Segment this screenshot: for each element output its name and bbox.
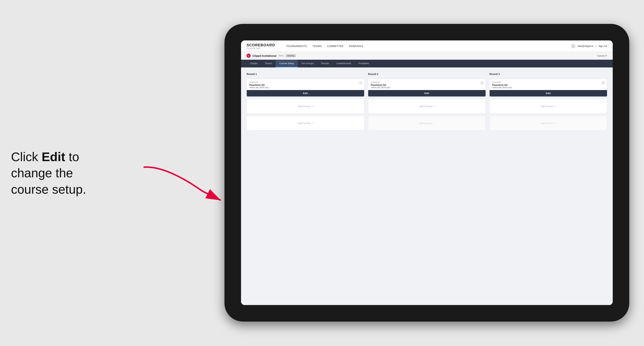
logo-subtitle: Powered by clippd <box>246 47 275 49</box>
tabs-bar: Details Teams Course Setup Tee Groups Re… <box>241 60 613 67</box>
round-1-delete-icon[interactable]: ⊟ <box>358 81 362 85</box>
round-3-delete-icon[interactable]: ⊟ <box>602 81 605 85</box>
round-1-course-name: Peachtree GC <box>249 84 362 86</box>
round-2-edit-button[interactable]: Edit <box>368 90 486 96</box>
round-1-title: Round 1 <box>246 73 364 76</box>
round-2-add-course-2: Add Course + <box>368 116 486 131</box>
plus-icon-5: + <box>554 105 556 108</box>
round-1-add-course-text-2: Add Course + <box>298 122 313 125</box>
round-3-edit-button[interactable]: Edit <box>490 90 607 96</box>
round-3-title: Round 3 <box>490 73 607 76</box>
round-3-add-course-2: Add Course + <box>490 116 607 131</box>
tab-results[interactable]: Results <box>318 60 333 67</box>
nav-rankings[interactable]: RANKINGS <box>349 45 363 48</box>
plus-icon-1: + <box>311 105 313 108</box>
plus-icon-2: + <box>311 122 313 125</box>
annotation-text: Click Edit tochange thecourse setup. <box>11 149 86 197</box>
round-3-course-details: Yellow (M) (6629 yds) <box>492 86 604 89</box>
round-3-course-label: (Course A) <box>492 81 604 83</box>
close-icon: ✕ <box>605 54 607 57</box>
top-nav-right: blair@clippd.io | Sign out <box>571 44 607 48</box>
round-3-column: Round 3 (Course A) Peachtree GC Yellow (… <box>490 73 607 131</box>
annotation-bold: Edit <box>42 150 65 164</box>
nav-teams[interactable]: TEAMS <box>312 45 322 48</box>
round-2-course-details: Yellow (M) (6629 yds) <box>371 86 483 89</box>
nav-divider: | <box>596 45 596 47</box>
scoreboard-logo: SCOREBOARD Powered by clippd <box>246 43 275 49</box>
round-2-add-course-1[interactable]: Add Course + <box>368 99 486 114</box>
tab-course-setup[interactable]: Course Setup <box>276 60 298 67</box>
round-2-add-course-text-2: Add Course + <box>419 122 434 125</box>
nav-links: TOURNAMENTS TEAMS COMMITTEE RANKINGS <box>286 45 363 48</box>
round-1-course-label: (Course A) <box>249 81 362 83</box>
round-3-course-name: Peachtree GC <box>492 84 604 86</box>
top-navigation: SCOREBOARD Powered by clippd TOURNAMENTS… <box>241 40 613 52</box>
cancel-button[interactable]: Cancel ✕ <box>597 54 607 57</box>
tournament-name-section: C Clippd Invitational (Men) Hosting <box>246 54 296 58</box>
round-2-course-header: (Course A) Peachtree GC Yellow (M) (6629… <box>368 79 486 90</box>
plus-icon-3: + <box>432 105 434 108</box>
round-1-course-header: (Course A) Peachtree GC Yellow (M) (6629… <box>247 79 364 90</box>
round-1-add-course-1[interactable]: Add Course + <box>246 99 364 114</box>
round-1-add-course-2[interactable]: Add Course + <box>246 116 364 131</box>
round-2-course-name: Peachtree GC <box>371 84 483 86</box>
round-2-course-label: (Course A) <box>371 81 483 83</box>
plus-icon-6: + <box>554 122 556 125</box>
round-1-edit-button[interactable]: Edit <box>247 90 364 96</box>
round-2-title: Round 2 <box>368 73 486 76</box>
nav-tournaments[interactable]: TOURNAMENTS <box>286 45 307 48</box>
cancel-section: Cancel ✕ <box>597 54 607 57</box>
round-2-delete-icon[interactable]: ⊟ <box>480 81 484 85</box>
tab-teams[interactable]: Teams <box>261 60 276 67</box>
tab-details[interactable]: Details <box>246 60 261 67</box>
round-1-column: Round 1 (Course A) Peachtree GC Yellow (… <box>246 73 364 131</box>
plus-icon-4: + <box>432 122 434 125</box>
round-3-add-course-text-2: Add Course + <box>540 122 556 125</box>
user-email: blair@clippd.io <box>578 45 593 47</box>
tournament-bar: C Clippd Invitational (Men) Hosting Canc… <box>241 52 613 60</box>
round-2-course-card: (Course A) Peachtree GC Yellow (M) (6629… <box>368 79 486 97</box>
round-3-course-card: (Course A) Peachtree GC Yellow (M) (6629… <box>490 79 607 97</box>
rounds-grid: Round 1 (Course A) Peachtree GC Yellow (… <box>246 73 607 131</box>
sign-out-link[interactable]: Sign out <box>598 45 607 47</box>
tab-tee-groups[interactable]: Tee Groups <box>298 60 318 67</box>
round-3-course-header: (Course A) Peachtree GC Yellow (M) (6629… <box>490 79 607 90</box>
nav-committee[interactable]: COMMITTEE <box>327 45 344 48</box>
logo-title: SCOREBOARD <box>246 43 275 47</box>
hosting-badge: Hosting <box>286 54 296 57</box>
content-area: Round 1 (Course A) Peachtree GC Yellow (… <box>241 67 613 305</box>
avatar <box>571 44 575 48</box>
tab-printables[interactable]: Printables <box>355 60 373 67</box>
tablet-screen: SCOREBOARD Powered by clippd TOURNAMENTS… <box>241 40 613 305</box>
tournament-title: Clippd Invitational <box>252 54 276 57</box>
round-2-column: Round 2 (Course A) Peachtree GC Yellow (… <box>368 73 486 131</box>
round-2-add-course-text-1: Add Course + <box>419 105 434 108</box>
tab-leaderboards[interactable]: Leaderboards <box>333 60 355 67</box>
round-3-add-course-1[interactable]: Add Course + <box>490 99 607 114</box>
round-1-add-course-text-1: Add Course + <box>298 105 313 108</box>
round-1-course-card: (Course A) Peachtree GC Yellow (M) (6629… <box>246 79 364 97</box>
clippd-logo: C <box>246 54 250 58</box>
tournament-gender: (Men) <box>278 54 284 57</box>
round-3-add-course-text-1: Add Course + <box>540 105 556 108</box>
round-1-course-details: Yellow (M) (6629 yds) <box>249 86 362 89</box>
tablet-device: SCOREBOARD Powered by clippd TOURNAMENTS… <box>224 24 629 322</box>
